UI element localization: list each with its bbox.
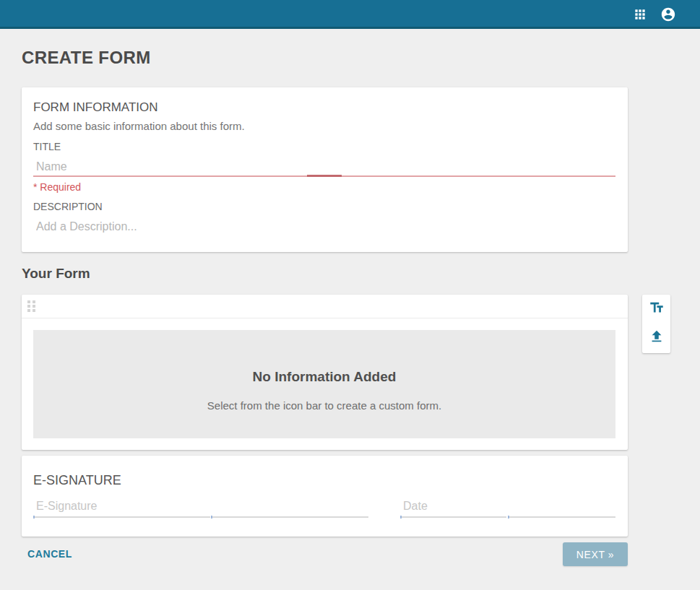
description-input[interactable]: [33, 218, 615, 235]
account-button[interactable]: [660, 6, 676, 22]
esignature-heading: E-SIGNATURE: [33, 473, 121, 488]
icon-toolbar: [642, 295, 670, 353]
esignature-underline-segment: [33, 516, 210, 518]
upload-button[interactable]: [642, 324, 670, 352]
next-button[interactable]: NEXT »: [563, 542, 628, 566]
empty-state-title: No Information Added: [33, 369, 615, 385]
title-input-underline: [33, 175, 615, 177]
date-input[interactable]: [400, 498, 615, 515]
add-text-field-button[interactable]: [642, 295, 670, 324]
title-underline-focus-segment: [307, 175, 342, 177]
date-underline-segment: [400, 516, 506, 518]
description-label: DESCRIPTION: [33, 201, 103, 212]
create-form-screen: CREATE FORM FORM INFORMATION Add some ba…: [0, 0, 700, 590]
account-icon: [660, 6, 676, 22]
form-information-card: FORM INFORMATION Add some basic informat…: [22, 87, 628, 252]
your-form-card: No Information Added Select from the ico…: [22, 295, 628, 450]
empty-state: No Information Added Select from the ico…: [33, 330, 615, 438]
cancel-button[interactable]: CANCEL: [27, 548, 72, 560]
title-input[interactable]: [33, 158, 615, 175]
drag-handle-icon[interactable]: [27, 300, 35, 312]
esignature-card: E-SIGNATURE: [22, 456, 628, 537]
app-bar: [0, 0, 700, 29]
apps-grid-button[interactable]: [632, 6, 648, 22]
page-title: CREATE FORM: [22, 48, 151, 68]
your-form-heading: Your Form: [22, 266, 90, 282]
apps-grid-icon: [633, 7, 647, 22]
form-block-header: [22, 295, 628, 318]
form-information-heading: FORM INFORMATION: [33, 100, 158, 115]
text-fields-icon: [649, 300, 665, 318]
date-underline-segment: [508, 516, 615, 518]
esignature-input[interactable]: [33, 498, 366, 515]
title-label: TITLE: [33, 141, 61, 152]
upload-icon: [649, 329, 665, 347]
required-note: * Required: [33, 181, 81, 193]
esignature-underline-segment: [211, 516, 368, 518]
empty-state-subtitle: Select from the icon bar to create a cus…: [33, 399, 615, 412]
form-information-subtitle: Add some basic information about this fo…: [33, 120, 245, 132]
